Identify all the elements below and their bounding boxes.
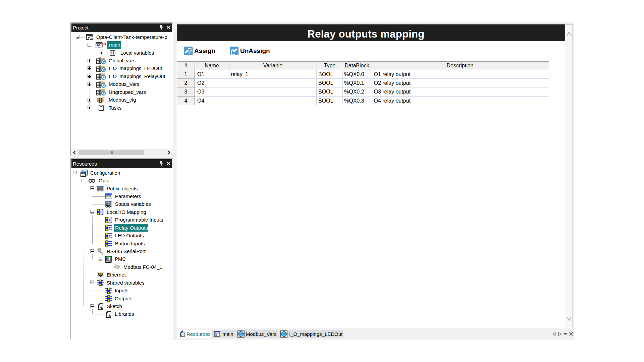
svg-text:G: G: [102, 83, 105, 87]
svg-text:G: G: [239, 332, 243, 337]
svg-text:G: G: [102, 60, 105, 64]
svg-text:G: G: [282, 332, 285, 337]
svg-text:G: G: [102, 76, 105, 80]
svg-text:G: G: [102, 68, 105, 72]
svg-text:G: G: [102, 91, 105, 95]
